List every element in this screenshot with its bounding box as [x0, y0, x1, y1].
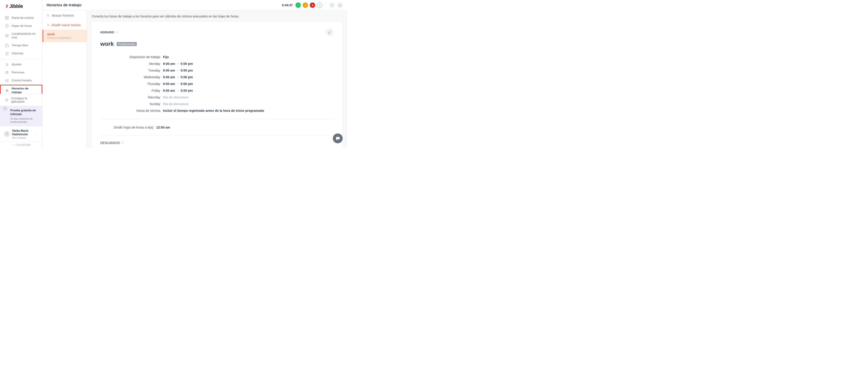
search-box[interactable] [42, 10, 87, 20]
globe-icon [338, 4, 342, 7]
nav-localizaciones-vivo[interactable]: Localizaciones en vivo [0, 30, 42, 42]
nav-tiempo-libre[interactable]: Tiempo libre [0, 42, 42, 49]
header-bar: Horarios de trabajo 0:44:47 [42, 0, 347, 10]
default-pill: Predeterminado [117, 42, 137, 46]
brand-text: Jibble [9, 3, 23, 9]
rest-day-row: SundayDía de descanso [100, 101, 334, 107]
grid-icon [5, 16, 9, 20]
avatar: S [4, 131, 10, 137]
timer-display: 0:44:47 [282, 3, 293, 7]
svg-rect-0 [5, 16, 6, 18]
arrangement-row: Disposición de trabajo Fijo [100, 54, 334, 60]
add-schedule-button[interactable]: Añadir nuevo horario [42, 20, 87, 30]
nav-control-horario[interactable]: Control horario [0, 77, 42, 85]
plus-icon [46, 24, 50, 27]
pencil-icon [328, 31, 332, 34]
sliders-icon [5, 63, 9, 67]
nav-informes[interactable]: Informes [0, 49, 42, 58]
schedule-list-panel: Añadir nuevo horario work PREDETERMINADO [42, 10, 87, 148]
action-amber[interactable] [303, 2, 308, 8]
action-user[interactable] [317, 2, 322, 8]
user-name: Stella Maria Hadiwinoto [12, 129, 33, 136]
svg-point-12 [7, 71, 8, 72]
nav-panel-control[interactable]: Panel de control [0, 14, 42, 22]
svg-point-15 [6, 90, 8, 91]
action-red-stop[interactable] [310, 2, 315, 8]
svg-rect-7 [5, 45, 8, 47]
schedule-name: work [100, 40, 114, 47]
breaks-description: Programa descansos estableciendo tiempos… [100, 147, 334, 148]
user-menu[interactable]: S Stella Maria Hadiwinoto abc company [0, 126, 42, 142]
collapse-button[interactable]: COLAPSAR [0, 142, 42, 148]
clock-icon [5, 24, 9, 28]
day-row: Tuesday9:00 am-5:00 pm [100, 67, 334, 74]
location-live-icon [5, 34, 9, 38]
company-name: abc company [12, 136, 33, 139]
schedule-item-default: PREDETERMINADO [47, 37, 83, 39]
day-row: Friday9:00 am-5:00 pm [100, 87, 334, 94]
logo-icon [5, 4, 9, 8]
brand-logo[interactable]: Jibble [0, 0, 42, 12]
info-icon[interactable] [116, 31, 119, 34]
svg-point-23 [47, 14, 49, 16]
svg-point-5 [6, 35, 8, 36]
briefcase-icon [5, 43, 9, 47]
swap-icon [297, 4, 300, 6]
search-input[interactable] [52, 14, 83, 17]
schedule-item-work[interactable]: work PREDETERMINADO [42, 30, 87, 42]
id-icon [5, 79, 9, 83]
chat-icon [335, 136, 340, 141]
detail-pane: Conecta tus horas de trabajo a los horar… [87, 10, 347, 148]
rest-day-row: SaturdayDía de descanso [100, 94, 334, 101]
help-button[interactable] [329, 2, 335, 8]
svg-rect-19 [312, 5, 313, 6]
nav-ajustes[interactable]: Ajustes [0, 61, 42, 69]
coffee-icon [304, 4, 307, 6]
download-icon [5, 98, 8, 102]
schedule-item-name: work [47, 32, 83, 36]
svg-rect-2 [5, 18, 6, 20]
info-icon[interactable] [121, 141, 124, 144]
trial-title: Prueba gratuita de Ultimate [10, 109, 38, 116]
svg-rect-1 [7, 16, 8, 18]
stop-icon [311, 4, 314, 6]
section-label: HORARIO [100, 31, 119, 34]
people-icon [5, 71, 9, 75]
breaks-label: DESCANSOS [100, 141, 334, 145]
get-app-button[interactable]: Consigue la aplicación [0, 94, 42, 106]
trial-remaining: 19 días restantes de prueba gratuita. [10, 117, 38, 124]
help-icon [330, 4, 334, 7]
svg-point-11 [6, 71, 7, 72]
search-icon [46, 14, 50, 17]
nav-hojas-horas[interactable]: Hojas de horas [0, 22, 42, 30]
report-icon [5, 52, 9, 56]
page-description: Conecta tus horas de trabajo a los horar… [92, 10, 342, 22]
sidebar: Jibble Panel de control Hojas de horas L… [0, 0, 42, 148]
collapse-icon [12, 143, 14, 146]
carousel-next[interactable] [343, 134, 347, 144]
split-row: Dividir hojas de horas a la(s) 12:00 am [100, 124, 334, 131]
chevron-right-icon [344, 137, 346, 140]
edit-button[interactable] [326, 28, 334, 36]
svg-point-6 [5, 34, 8, 37]
page-title: Horarios de trabajo [46, 3, 82, 7]
svg-point-20 [319, 4, 320, 5]
trial-days-badge: 19 [3, 106, 7, 110]
profile-button[interactable] [337, 2, 343, 8]
day-row: Monday9:00 am-5:00 pm [100, 60, 334, 67]
nav-horarios-trabajo[interactable]: Horarios de trabajo [0, 85, 42, 94]
nav-personas[interactable]: Personas [0, 69, 42, 77]
day-row: Wednesday9:00 am-5:00 pm [100, 74, 334, 80]
user-outline-icon [318, 4, 321, 6]
trial-banner[interactable]: 19 Prueba gratuita de Ultimate 19 días r… [0, 106, 42, 126]
day-row: Thursday9:00 am-5:00 pm [100, 80, 334, 87]
chat-fab[interactable] [333, 133, 343, 143]
chevron-right-icon [36, 133, 38, 135]
svg-point-14 [6, 80, 7, 81]
svg-rect-3 [7, 18, 8, 20]
payroll-row: Horas de nómina Incluir el tiempo regist… [100, 107, 334, 114]
schedule-icon [5, 89, 9, 93]
action-green[interactable] [296, 2, 301, 8]
